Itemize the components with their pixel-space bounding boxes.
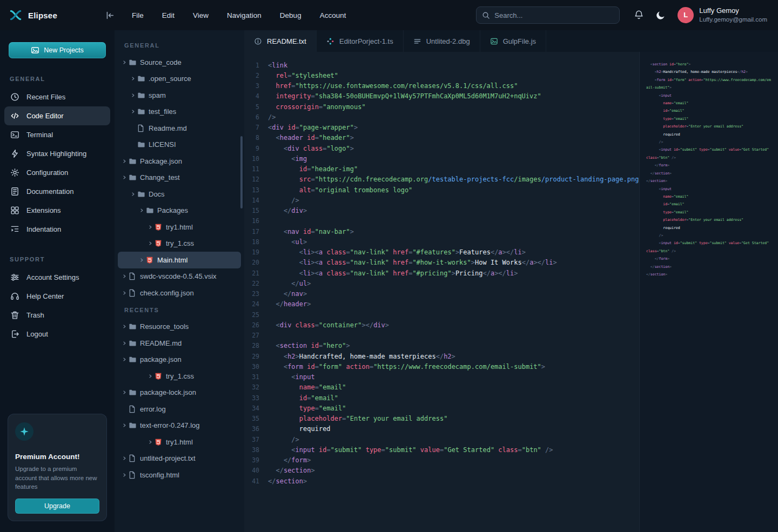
sidebar-item-terminal[interactable]: Terminal — [4, 125, 110, 144]
chevron-right-icon — [120, 175, 129, 180]
menu-debug[interactable]: Debug — [280, 11, 301, 19]
code-icon — [10, 111, 19, 120]
folder-icon — [137, 190, 149, 198]
tree-item-main-html[interactable]: Main.html — [118, 252, 241, 268]
sidebar-item-label: Configuration — [26, 169, 68, 177]
menu-navigation[interactable]: Navigation — [227, 11, 261, 19]
tree-item-swdc-vscode-0-5-45-vsix[interactable]: swdc-vscode-0.5.45.vsix — [118, 268, 241, 285]
chevron-right-icon — [120, 60, 129, 65]
tree-item-try1-html[interactable]: try1.html — [118, 219, 241, 235]
tree-item-docs[interactable]: Docs — [118, 186, 241, 203]
code-text: id="email" — [268, 394, 338, 402]
sidebar-item-code-editor[interactable]: Code Editor — [4, 106, 110, 125]
tree-item-check-config-json[interactable]: check.config.json — [118, 285, 241, 301]
sidebar-item-account-settings[interactable]: Account Settings — [4, 268, 110, 287]
tree-item-packages[interactable]: Packages — [118, 203, 241, 219]
sidebar: New Projects GENERALRecent FilesCode Edi… — [0, 30, 115, 532]
tree-item-source-code[interactable]: Source_code — [118, 54, 241, 71]
user-menu[interactable]: L Luffy Gemoy Luffy.gemoy@gmail.com — [678, 6, 767, 24]
tree-item-untlited-project-txt[interactable]: untlited-project.txt — [118, 450, 241, 467]
sidebar-item-documentation[interactable]: Documentation — [4, 182, 110, 201]
sidebar-item-syntax-highlighting[interactable]: Syntax Highlighting — [4, 144, 110, 163]
tree-item-spam[interactable]: spam — [118, 87, 241, 104]
minimap-line: name="email" — [646, 99, 772, 107]
upgrade-button[interactable]: Upgrade — [15, 499, 99, 514]
search-bar[interactable] — [476, 6, 620, 24]
code-editor[interactable]: 1<link2 rel="stylesheet"3 href="https://… — [244, 52, 639, 532]
line-number: 35 — [244, 415, 268, 422]
tab-readme-txt[interactable]: README.txt — [244, 30, 317, 52]
sidebar-item-help-center[interactable]: Help Center — [4, 287, 110, 306]
minimap[interactable]: <section id="hero"> <h2>Handcrafted, hom… — [639, 52, 778, 532]
folder-icon — [129, 388, 140, 396]
minimap-line: </section> — [646, 263, 772, 271]
line-number: 15 — [244, 207, 268, 214]
tree-item-label: LICENSI — [149, 140, 176, 149]
line-number: 40 — [244, 467, 268, 474]
tree-item-label: spam — [149, 91, 166, 99]
sidebar-collapse-icon[interactable] — [105, 11, 115, 20]
tab-label: Untlited-2.dbg — [426, 37, 470, 45]
minimap-line: </form> — [646, 161, 772, 169]
file-icon — [137, 124, 149, 132]
menu-edit[interactable]: Edit — [162, 11, 175, 19]
notifications-bell-icon[interactable] — [634, 10, 644, 20]
code-text: <section id="hero"> — [268, 342, 350, 349]
tree-item-package-json[interactable]: Package.json — [118, 153, 241, 170]
line-number: 11 — [244, 165, 268, 173]
user-name: Luffy Gemoy — [699, 6, 767, 16]
code-text: /> — [268, 197, 299, 204]
tree-item-test-files[interactable]: test_files — [118, 104, 241, 120]
tree-item-error-log[interactable]: error.log — [118, 401, 241, 417]
tree-item-label: Main.html — [157, 256, 187, 264]
tree-item-tsconfig-html[interactable]: tsconfig.html — [118, 467, 241, 483]
sidebar-item-configuration[interactable]: Configuration — [4, 163, 110, 182]
tree-item-try-1-css[interactable]: try_1.css — [118, 368, 241, 385]
minimap-line: /> — [646, 232, 772, 239]
folder-icon — [137, 91, 149, 99]
explorer-scrollbar[interactable] — [240, 136, 243, 208]
dark-mode-moon-icon[interactable] — [656, 10, 666, 20]
tree-item-open-source[interactable]: .open_source — [118, 71, 241, 87]
menu-account[interactable]: Account — [320, 11, 346, 19]
search-input[interactable] — [494, 11, 614, 19]
minimap-line: required — [646, 224, 772, 232]
tab-gulpfile-js[interactable]: GulpFile.js — [480, 30, 546, 52]
tab-untlited-2-dbg[interactable]: Untlited-2.dbg — [404, 30, 480, 52]
tree-item-label: test_files — [149, 107, 176, 116]
tree-item-try-1-css[interactable]: try_1.css — [118, 235, 241, 252]
new-projects-label: New Projects — [44, 46, 84, 54]
sidebar-item-label: Terminal — [26, 131, 53, 139]
code-line: 8 <header id="header"> — [244, 133, 639, 143]
sidebar-item-extensions[interactable]: Extensions — [4, 201, 110, 220]
code-text: /> — [268, 436, 299, 443]
html-file-icon — [155, 372, 166, 380]
tree-item-readme-md[interactable]: Readme.md — [118, 120, 241, 137]
sidebar-item-trash[interactable]: Trash — [4, 306, 110, 325]
sidebar-item-logout[interactable]: Logout — [4, 325, 110, 344]
code-line: 14 /> — [244, 195, 639, 205]
tree-item-text-error-0-247-log[interactable]: text-error-0.247.log — [118, 417, 241, 434]
tree-item-try1-html[interactable]: try1.html — [118, 434, 241, 450]
minimap-line: </section> — [646, 271, 772, 278]
tree-item-change-test[interactable]: Change_test — [118, 170, 241, 186]
code-line: 12 src="https://cdn.freecodecamp.org/tes… — [244, 174, 639, 185]
sidebar-item-recent-files[interactable]: Recent Files — [4, 87, 110, 106]
tree-item-readme-md[interactable]: README.md — [118, 335, 241, 352]
file-icon — [129, 471, 140, 479]
line-number: 30 — [244, 363, 268, 371]
tree-item-package-lock-json[interactable]: package-lock.json — [118, 385, 241, 401]
menu-view[interactable]: View — [193, 11, 209, 19]
sidebar-item-indentation[interactable]: Indentation — [4, 220, 110, 239]
minimap-line: required — [646, 131, 772, 138]
line-number: 25 — [244, 311, 268, 319]
menu-file[interactable]: File — [132, 11, 144, 19]
chevron-right-icon — [129, 192, 137, 197]
tree-item-package-json[interactable]: package.json — [118, 352, 241, 368]
tab-editorporject-1-ts[interactable]: EditorPorject-1.ts — [317, 30, 404, 52]
tree-item-label: Docs — [149, 190, 165, 198]
tree-item-resuorce-tools[interactable]: Resuorce_tools — [118, 319, 241, 335]
line-number: 12 — [244, 176, 268, 183]
tree-item-licensi[interactable]: LICENSI — [118, 137, 241, 153]
new-projects-button[interactable]: New Projects — [9, 42, 106, 58]
